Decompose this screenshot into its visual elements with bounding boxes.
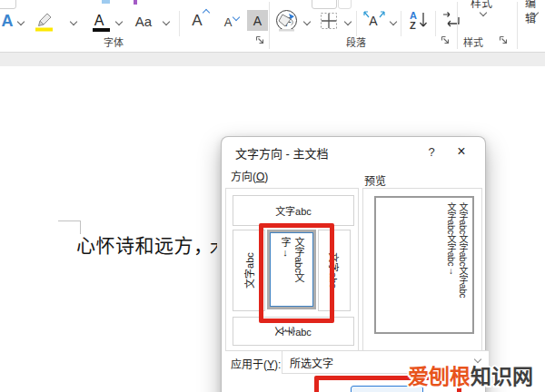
paragraph-mark-icon (441, 11, 461, 31)
styles-dialog-launcher[interactable] (499, 35, 508, 44)
document-text[interactable]: 心怀诗和远方， (76, 230, 213, 258)
chevron-down-icon (17, 17, 25, 24)
direction-horizontal-button[interactable]: 文字abc (233, 195, 354, 226)
text-effects-button[interactable]: A (0, 10, 16, 32)
font-color-dropdown[interactable] (114, 18, 124, 27)
grow-font-button[interactable]: A (185, 9, 209, 33)
chevron-down-icon (303, 17, 311, 24)
help-button[interactable]: ? (421, 142, 441, 161)
separator (401, 11, 401, 36)
text-effects-dropdown[interactable] (16, 18, 25, 27)
highlight-dropdown[interactable] (69, 18, 78, 27)
sort-button[interactable]: A Z (405, 8, 431, 34)
chevron-down-icon (115, 17, 123, 24)
paragraph-group-label: 段落 (346, 34, 366, 49)
chevron-down-icon (344, 17, 352, 24)
dialog-launcher-icon (499, 35, 508, 44)
chevron-down-icon (390, 17, 397, 24)
character-shading-button[interactable]: A (247, 10, 268, 31)
grow-font-icon: A (192, 12, 202, 30)
styles-gallery[interactable]: 样式 (469, 0, 505, 24)
show-marks-button[interactable] (440, 9, 463, 33)
shading-bucket-icon (277, 12, 297, 32)
ribbon-underlay (0, 53, 545, 67)
ribbon: A A Aa A (0, 0, 545, 53)
styles-group-label: 样式 (463, 34, 483, 49)
orientation-label: 方向(O) (231, 168, 268, 183)
watermark-highlight: 爱刨根 (408, 365, 471, 388)
clipped-control (338, 0, 352, 9)
highlighter-icon (35, 11, 54, 32)
dialog-launcher-icon (441, 35, 450, 44)
shrink-font-icon: A (224, 15, 233, 29)
direction-rotate-left-label: 文字abc (242, 252, 256, 289)
preview-page: 文字abc文字abc文字abc 文字abc文字abc↓ (374, 196, 474, 334)
dialog-title: 文字方向 - 主文档 (235, 144, 329, 162)
group-separator (269, 2, 270, 49)
clipped-control (0, 0, 16, 9)
word-window: A A Aa A (0, 0, 545, 392)
highlight-button[interactable] (33, 10, 54, 33)
character-shading-icon: A (253, 14, 262, 28)
separator (356, 11, 357, 36)
editing-menu[interactable]: 编辑 (523, 0, 545, 24)
apply-to-label: 应用于(Y): (231, 356, 281, 371)
change-case-button[interactable]: Aa (131, 11, 156, 31)
chevron-down-icon (163, 17, 170, 24)
direction-horizontal-label: 文字abc (275, 203, 312, 218)
font-color-button[interactable]: A (87, 9, 111, 33)
clipped-control (102, 0, 110, 4)
asian-layout-icon: A (369, 14, 377, 28)
watermark: 爱刨根知识网 (408, 359, 533, 390)
asian-layout-dropdown[interactable] (389, 18, 398, 27)
sort-icon: A Z (408, 10, 428, 32)
watermark-rest: 知识网 (471, 365, 533, 388)
clipped-control (134, 0, 137, 5)
text-direction-dialog: 文字方向 - 主文档 ? × 方向(O) 文字abc 文字abc 文字abc文 … (221, 136, 486, 392)
separator (435, 11, 436, 36)
preview-text: 文字abc文字abc文字abc 文字abc文字abc↓ (445, 202, 469, 298)
change-case-dropdown[interactable] (162, 18, 171, 27)
font-color-icon: A (94, 13, 104, 29)
paragraph-dialog-launcher[interactable] (441, 35, 450, 44)
down-arrow-icon: ↓ (446, 266, 456, 276)
text-effects-icon: A (2, 12, 14, 31)
annotation-box-vertical-option (259, 223, 334, 323)
document-text-clipped: 木 (210, 234, 217, 256)
preview-label: 预览 (364, 172, 386, 188)
asian-layout-button[interactable]: A (360, 9, 387, 33)
shrink-font-button[interactable]: A (216, 11, 240, 33)
separator (179, 11, 180, 36)
dialog-launcher-icon (255, 35, 264, 44)
close-button[interactable]: × (449, 141, 474, 162)
change-case-icon: Aa (135, 14, 152, 29)
borders-dropdown[interactable] (343, 18, 352, 27)
shading-button[interactable] (276, 10, 298, 33)
apply-to-value: 所选文字 (290, 355, 333, 370)
font-dialog-launcher[interactable] (255, 35, 264, 44)
borders-grid-icon (320, 12, 338, 30)
chevron-down-icon (70, 17, 77, 24)
group-separator (517, 2, 518, 49)
group-separator (457, 2, 458, 49)
borders-button[interactable] (318, 10, 340, 32)
direction-stacked-label: 文字abc (275, 324, 312, 338)
clipped-control (312, 0, 337, 9)
font-group-label: 字体 (104, 34, 124, 49)
shading-dropdown[interactable] (302, 18, 312, 27)
